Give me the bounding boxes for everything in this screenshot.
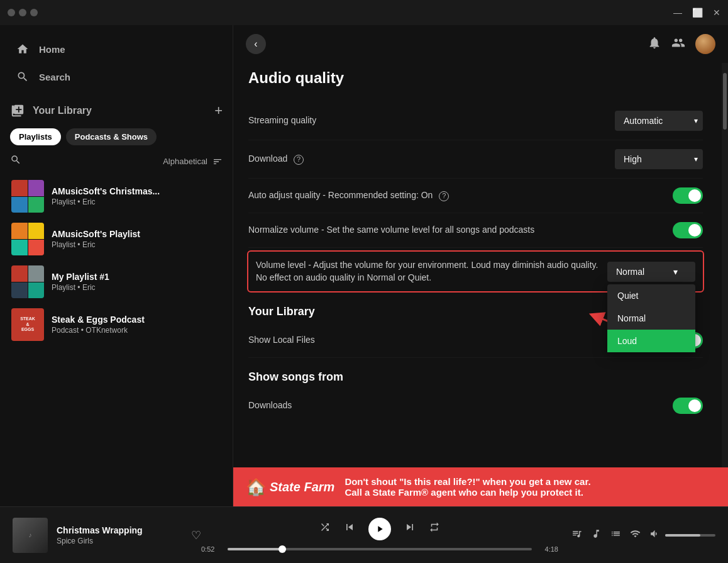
- playlist-name: AMusicSoft's Playlist: [52, 229, 221, 239]
- thumb-cell: [28, 240, 45, 256]
- streaming-dropdown[interactable]: Automatic Low Normal High Very High: [615, 111, 703, 131]
- download-dropdown-wrapper: Low Normal High Very High ▾: [615, 149, 703, 169]
- thumb-cell: [28, 282, 45, 299]
- library-header: Your Library +: [0, 96, 233, 123]
- download-label-text: Download: [248, 153, 287, 164]
- svg-rect-1: [14, 107, 15, 114]
- download-dropdown[interactable]: Low Normal High Very High: [615, 149, 703, 169]
- progress-track[interactable]: [228, 548, 532, 550]
- content-header: ‹: [233, 25, 728, 63]
- search-icon: [15, 69, 30, 84]
- next-button[interactable]: [404, 521, 416, 537]
- playlist-thumb-1: [11, 180, 44, 213]
- queue-button[interactable]: [571, 528, 582, 542]
- playlist-thumb-3: [11, 265, 44, 298]
- scrollbar-track[interactable]: [722, 63, 728, 467]
- friends-icon[interactable]: [671, 36, 685, 53]
- playlist-info: My Playlist #1 Playlist • Eric: [52, 272, 221, 292]
- thumb-cell: [11, 180, 28, 196]
- thumb-cell: [11, 240, 28, 256]
- playlist-list: AMusicSoft's Christmas... Playlist • Eri…: [0, 175, 233, 506]
- sidebar-nav: Home Search: [0, 25, 233, 96]
- scrollbar-thumb: [723, 73, 727, 130]
- ad-banner: 🏠 State Farm Don't shout "Is this real l…: [233, 467, 728, 506]
- playlist-info: Steak & Eggs Podcast Podcast • OTKnetwor…: [52, 315, 221, 335]
- ad-text: Don't shout "Is this real life?!" when y…: [345, 476, 590, 498]
- repeat-button[interactable]: [429, 521, 440, 536]
- player-track-artist: Spice Girls: [57, 537, 175, 545]
- volume-icon[interactable]: [649, 528, 660, 542]
- volume-dropdown-container: Normal ▾ Quiet Normal Loud: [607, 262, 695, 282]
- playlist-name: My Playlist #1: [52, 272, 221, 282]
- library-add-button[interactable]: +: [214, 104, 223, 118]
- prev-button[interactable]: [343, 521, 356, 537]
- player-controls: 0:52 4:18: [201, 518, 558, 553]
- library-title: Your Library: [33, 105, 92, 116]
- back-button[interactable]: ‹: [246, 34, 266, 54]
- volume-track[interactable]: [665, 534, 715, 537]
- setting-label-download: Download ?: [248, 153, 594, 165]
- filter-tab-playlists[interactable]: Playlists: [10, 128, 61, 145]
- search-label: Search: [39, 72, 70, 82]
- show-songs-section-header: Show songs from: [248, 371, 703, 384]
- heart-button[interactable]: ♡: [191, 528, 201, 542]
- state-farm-name: State Farm: [270, 480, 334, 494]
- connect-button[interactable]: [630, 528, 641, 542]
- dropdown-option-normal[interactable]: Normal: [607, 307, 695, 330]
- lyrics-button[interactable]: [591, 528, 602, 542]
- library-search-bar: Alphabetical: [0, 150, 233, 175]
- play-button[interactable]: [368, 518, 391, 540]
- header-icons: [648, 34, 715, 54]
- state-farm-logo: 🏠 State Farm: [246, 477, 334, 497]
- playlist-item[interactable]: My Playlist #1 Playlist • Eric: [5, 260, 228, 303]
- dot-1: [8, 9, 15, 16]
- download-info-icon[interactable]: ?: [294, 155, 304, 165]
- player-track-name: Christmas Wrapping: [57, 525, 175, 535]
- playlist-item[interactable]: STEAK&EGGS Steak & Eggs Podcast Podcast …: [5, 303, 228, 346]
- sidebar: Home Search Your Library + Playlists Pod…: [0, 25, 233, 506]
- volume-dropdown-value: Normal: [616, 267, 644, 277]
- filter-tab-podcasts[interactable]: Podcasts & Shows: [66, 128, 157, 145]
- sidebar-item-search[interactable]: Search: [10, 63, 223, 91]
- thumb-cell: [11, 223, 28, 239]
- content-body: Audio quality Streaming quality Automati…: [233, 63, 722, 467]
- playlist-item[interactable]: AMusicSoft's Christmas... Playlist • Eri…: [5, 175, 228, 218]
- dot-3: [30, 9, 38, 16]
- toggle-thumb: [688, 224, 701, 237]
- auto-adjust-toggle[interactable]: [673, 187, 703, 204]
- minimize-button[interactable]: —: [673, 8, 682, 18]
- home-icon: [15, 42, 30, 57]
- maximize-button[interactable]: ⬜: [692, 8, 703, 18]
- playlist-meta: Playlist • Eric: [52, 240, 221, 249]
- dropdown-option-loud[interactable]: Loud: [607, 330, 695, 352]
- titlebar-dots: [8, 9, 38, 16]
- setting-label-normalize: Normalize volume - Set the same volume l…: [248, 224, 594, 237]
- playlist-info: AMusicSoft's Playlist Playlist • Eric: [52, 229, 221, 249]
- normalize-toggle[interactable]: [673, 222, 703, 238]
- playlist-meta: Playlist • Eric: [52, 283, 221, 292]
- toggle-thumb: [688, 399, 701, 412]
- auto-adjust-info-icon[interactable]: ?: [439, 191, 449, 201]
- thumb-cell: [28, 265, 45, 282]
- library-search-icon[interactable]: [10, 154, 21, 169]
- queue-list-button[interactable]: [610, 528, 621, 542]
- setting-label-downloads: Downloads: [248, 399, 594, 412]
- notifications-icon[interactable]: [648, 36, 661, 53]
- alphabetical-sort[interactable]: Alphabetical: [163, 157, 223, 167]
- user-avatar[interactable]: [695, 34, 715, 54]
- progress-fill: [228, 548, 282, 550]
- downloads-toggle[interactable]: [673, 398, 703, 414]
- time-current: 0:52: [201, 545, 221, 553]
- volume-dropdown[interactable]: Normal ▾: [607, 262, 695, 282]
- close-button[interactable]: ✕: [713, 8, 720, 18]
- page-title: Audio quality: [248, 69, 703, 87]
- player-track-info: Christmas Wrapping Spice Girls: [57, 525, 175, 545]
- sidebar-item-home[interactable]: Home: [10, 35, 223, 63]
- dropdown-option-quiet[interactable]: Quiet: [607, 284, 695, 307]
- shuffle-button[interactable]: [319, 521, 331, 536]
- library-icon: [10, 103, 25, 118]
- filter-tabs: Playlists Podcasts & Shows: [0, 123, 233, 150]
- playlist-item[interactable]: AMusicSoft's Playlist Playlist • Eric: [5, 218, 228, 260]
- volume-level-container: Volume level - Adjust the volume for you…: [248, 250, 703, 293]
- playlist-thumb-2: [11, 223, 44, 255]
